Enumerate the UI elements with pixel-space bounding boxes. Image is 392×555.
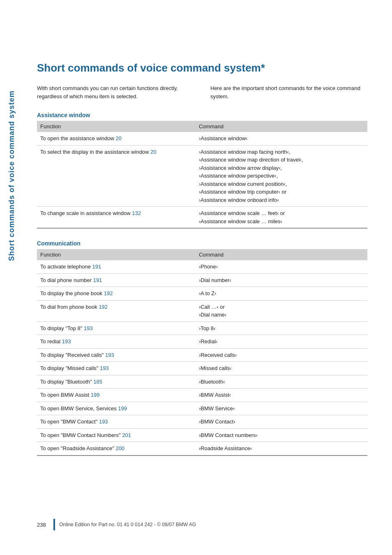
- table-row: To open "BMW Contact Numbers" 201›BMW Co…: [37, 428, 367, 442]
- page-ref: 193: [100, 365, 109, 371]
- cell-function: To activate telephone 191: [37, 260, 196, 273]
- cell-function: To open BMW Assist 199: [37, 388, 196, 402]
- cell-command: ›BMW Service‹: [196, 402, 367, 415]
- section-assistance: Assistance window Function Command To op…: [37, 112, 367, 229]
- table-row: To activate telephone 191›Phone‹: [37, 260, 367, 273]
- page-ref: 200: [115, 445, 125, 451]
- intro-left: With short commands you can run certain …: [37, 84, 194, 100]
- page-title: Short commands of voice command system*: [37, 62, 367, 74]
- page-ref: 191: [92, 264, 101, 270]
- cell-function: To open BMW Service, Services 199: [37, 402, 196, 415]
- cell-function: To display "Missed calls" 193: [37, 362, 196, 375]
- cell-function: To open the assistance window 20: [37, 132, 196, 145]
- col-header-function: Function: [37, 121, 196, 132]
- cell-command: ›BMW Assist‹: [196, 388, 367, 402]
- page-ref: 199: [91, 392, 100, 398]
- page-ref: 193: [84, 325, 93, 331]
- table-row: To dial from phone book 192›Call …‹ or ›…: [37, 300, 367, 321]
- cell-function: To open "Roadside Assistance" 200: [37, 442, 196, 456]
- col-header-function-comm: Function: [37, 249, 196, 260]
- cell-function: To select the display in the assistance …: [37, 145, 196, 207]
- cell-command: ›BMW Contact‹: [196, 415, 367, 429]
- table-row: To select the display in the assistance …: [37, 145, 367, 207]
- cell-command: ›Dial number‹: [196, 273, 367, 287]
- table-row: To display "Bluetooth" 185›Bluetooth‹: [37, 375, 367, 388]
- cell-command: ›Missed calls‹: [196, 362, 367, 375]
- section-communication: Communication Function Command To activa…: [37, 240, 367, 456]
- page-ref: 193: [99, 419, 108, 425]
- cell-command: ›Received calls‹: [196, 348, 367, 362]
- cell-function: To dial from phone book 192: [37, 300, 196, 321]
- cell-command: ›Call …‹ or ›Dial name‹: [196, 300, 367, 321]
- cell-command: ›A to Z‹: [196, 287, 367, 301]
- table-row: To open "Roadside Assistance" 200›Roadsi…: [37, 442, 367, 456]
- cell-command: ›Assistance window‹: [196, 132, 367, 145]
- table-header-row: Function Command: [37, 121, 367, 132]
- section-heading-assistance: Assistance window: [37, 112, 367, 118]
- cell-function: To display "Bluetooth" 185: [37, 375, 196, 388]
- table-row: To open BMW Assist 199›BMW Assist‹: [37, 388, 367, 402]
- page-ref: 132: [132, 210, 141, 216]
- table-row: To display "Top 8" 193›Top 8‹: [37, 321, 367, 335]
- table-row: To open the assistance window 20›Assista…: [37, 132, 367, 145]
- page-ref: 20: [116, 135, 122, 141]
- table-row: To change scale in assistance window 132…: [37, 207, 367, 229]
- intro-section: With short commands you can run certain …: [37, 84, 367, 100]
- cell-function: To open "BMW Contact" 193: [37, 415, 196, 429]
- footer-copyright: Online Edition for Part no. 01 41 0 014 …: [59, 522, 196, 527]
- cell-command: ›Roadside Assistance‹: [196, 442, 367, 456]
- cell-function: To display the phone book 192: [37, 287, 196, 301]
- cell-function: To open "BMW Contact Numbers" 201: [37, 428, 196, 442]
- page-ref: 201: [122, 432, 131, 438]
- cell-command: ›Top 8‹: [196, 321, 367, 335]
- page-ref: 193: [62, 338, 71, 345]
- footer-divider: [53, 519, 55, 530]
- col-header-command-comm: Command: [196, 249, 367, 260]
- col-header-command: Command: [196, 121, 367, 132]
- table-header-row-comm: Function Command: [37, 249, 367, 260]
- table-row: To open "BMW Contact" 193›BMW Contact‹: [37, 415, 367, 429]
- table-communication: Function Command To activate telephone 1…: [37, 249, 367, 456]
- footer: 238 Online Edition for Part no. 01 41 0 …: [37, 519, 367, 530]
- cell-command: ›Assistance window scale … feet‹ or ›Ass…: [196, 207, 367, 229]
- page-ref: 20: [150, 149, 156, 155]
- cell-command: ›Bluetooth‹: [196, 375, 367, 388]
- page-ref: 192: [99, 304, 108, 310]
- cell-function: To change scale in assistance window 132: [37, 207, 196, 229]
- table-row: To open BMW Service, Services 199›BMW Se…: [37, 402, 367, 415]
- cell-function: To redial 193: [37, 335, 196, 349]
- page-ref: 199: [118, 405, 127, 412]
- table-row: To display "Received calls" 193›Received…: [37, 348, 367, 362]
- intro-right: Here are the important short commands fo…: [210, 84, 367, 100]
- main-content: Short commands of voice command system* …: [37, 0, 367, 456]
- cell-function: To display "Received calls" 193: [37, 348, 196, 362]
- page-ref: 192: [104, 290, 113, 296]
- cell-command: ›BMW Contact numbers‹: [196, 428, 367, 442]
- page-ref: 193: [105, 352, 114, 358]
- cell-function: To dial phone number 191: [37, 273, 196, 287]
- page-ref: 191: [93, 277, 102, 283]
- cell-function: To display "Top 8" 193: [37, 321, 196, 335]
- table-assistance: Function Command To open the assistance …: [37, 121, 367, 229]
- sidebar-label: Short commands of voice command system: [7, 90, 16, 261]
- cell-command: ›Redial‹: [196, 335, 367, 349]
- table-row: To display the phone book 192›A to Z‹: [37, 287, 367, 301]
- footer-page-number: 238: [37, 522, 49, 528]
- table-row: To display "Missed calls" 193›Missed cal…: [37, 362, 367, 375]
- page-ref: 185: [93, 379, 102, 385]
- cell-command: ›Phone‹: [196, 260, 367, 273]
- cell-command: ›Assistance window map facing north‹, ›A…: [196, 145, 367, 207]
- section-heading-communication: Communication: [37, 240, 367, 247]
- table-row: To redial 193›Redial‹: [37, 335, 367, 349]
- table-row: To dial phone number 191›Dial number‹: [37, 273, 367, 287]
